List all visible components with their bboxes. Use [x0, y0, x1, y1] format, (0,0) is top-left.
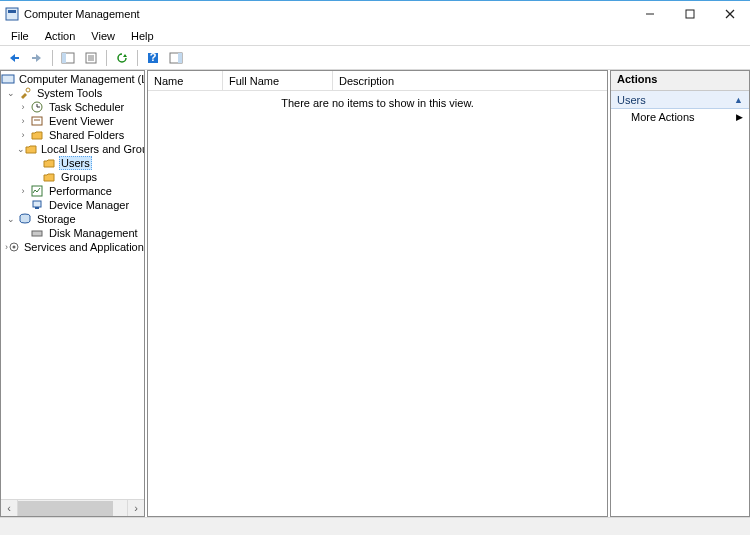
expand-collapse-icon[interactable]: ›	[17, 130, 29, 140]
svg-rect-27	[35, 207, 39, 209]
tree-label: Task Scheduler	[47, 101, 126, 113]
tree-shared-folders[interactable]: › Shared Folders	[1, 128, 144, 142]
expand-collapse-icon[interactable]: ⌄	[17, 144, 25, 154]
menu-help[interactable]: Help	[124, 29, 161, 43]
forward-button[interactable]	[26, 48, 48, 68]
svg-rect-25	[32, 186, 42, 196]
tree-label: Groups	[59, 171, 99, 183]
menu-file[interactable]: File	[4, 29, 36, 43]
window-title: Computer Management	[24, 8, 140, 20]
expand-collapse-icon[interactable]: ›	[17, 102, 29, 112]
scroll-right-button[interactable]: ›	[127, 500, 144, 517]
body-3pane: Computer Management (Local ⌄ System Tool…	[0, 70, 750, 517]
tree-performance[interactable]: › Performance	[1, 184, 144, 198]
scroll-left-button[interactable]: ‹	[1, 500, 18, 517]
toolbar: ?	[0, 46, 750, 70]
tree-label: Shared Folders	[47, 129, 126, 141]
list-pane: Name Full Name Description There are no …	[147, 70, 608, 517]
tree-pane: Computer Management (Local ⌄ System Tool…	[0, 70, 145, 517]
expand-collapse-icon[interactable]: ⌄	[5, 214, 17, 224]
tree-label: Storage	[35, 213, 78, 225]
tree-local-users-groups[interactable]: ⌄ Local Users and Groups	[1, 142, 144, 156]
svg-point-19	[26, 88, 30, 92]
list-body[interactable]: There are no items to show in this view.	[148, 91, 607, 516]
users-groups-icon	[25, 142, 37, 156]
menu-action[interactable]: Action	[38, 29, 83, 43]
submenu-arrow-icon: ▶	[736, 112, 743, 122]
column-header-description[interactable]: Description	[333, 71, 607, 90]
menu-view[interactable]: View	[84, 29, 122, 43]
menubar: File Action View Help	[0, 27, 750, 46]
maximize-button[interactable]	[670, 1, 710, 27]
tree-groups[interactable]: Groups	[1, 170, 144, 184]
folder-icon	[41, 170, 57, 184]
expand-collapse-icon[interactable]: ⌄	[5, 88, 17, 98]
actions-section-header[interactable]: Users ▲	[611, 91, 749, 109]
tree-label: Device Manager	[47, 199, 131, 211]
svg-rect-23	[32, 117, 42, 125]
help-button[interactable]: ?	[142, 48, 164, 68]
close-button[interactable]	[710, 1, 750, 27]
svg-rect-0	[6, 8, 18, 20]
shared-folder-icon	[29, 128, 45, 142]
computer-management-icon	[1, 72, 15, 86]
column-header-name[interactable]: Name	[148, 71, 223, 90]
app-icon	[4, 6, 20, 22]
tree-label: Computer Management (Local	[17, 73, 144, 85]
tree-system-tools[interactable]: ⌄ System Tools	[1, 86, 144, 100]
status-bar	[0, 517, 750, 535]
window-frame: Computer Management File Action View Hel…	[0, 0, 750, 535]
svg-text:?: ?	[150, 52, 157, 63]
disk-icon	[29, 226, 45, 240]
clock-icon	[29, 100, 45, 114]
tree-root[interactable]: Computer Management (Local	[1, 72, 144, 86]
properties-button[interactable]	[80, 48, 102, 68]
tree-disk-management[interactable]: Disk Management	[1, 226, 144, 240]
folder-icon	[41, 156, 57, 170]
minimize-button[interactable]	[630, 1, 670, 27]
actions-more-actions[interactable]: More Actions ▶	[611, 109, 749, 125]
svg-rect-26	[33, 201, 41, 207]
services-icon	[8, 240, 20, 254]
tree-label: Services and Applications	[22, 241, 144, 253]
svg-rect-18	[2, 75, 14, 83]
expand-collapse-icon[interactable]: ›	[17, 186, 29, 196]
show-hide-action-pane-button[interactable]	[165, 48, 187, 68]
expand-collapse-icon[interactable]: ›	[17, 116, 29, 126]
svg-rect-29	[32, 231, 42, 236]
svg-rect-1	[8, 10, 16, 13]
collapse-icon: ▲	[734, 95, 743, 105]
event-viewer-icon	[29, 114, 45, 128]
tree-storage[interactable]: ⌄ Storage	[1, 212, 144, 226]
actions-header: Actions	[611, 71, 749, 91]
svg-point-31	[13, 246, 16, 249]
svg-rect-17	[178, 53, 182, 63]
back-button[interactable]	[3, 48, 25, 68]
actions-section-label: Users	[617, 94, 646, 106]
nav-tree[interactable]: Computer Management (Local ⌄ System Tool…	[1, 71, 144, 499]
tree-device-manager[interactable]: Device Manager	[1, 198, 144, 212]
tree-label: Event Viewer	[47, 115, 116, 127]
toolbar-separator	[106, 50, 107, 66]
svg-rect-9	[62, 53, 66, 63]
actions-pane: Actions Users ▲ More Actions ▶	[610, 70, 750, 517]
refresh-button[interactable]	[111, 48, 133, 68]
tree-event-viewer[interactable]: › Event Viewer	[1, 114, 144, 128]
tree-label: Local Users and Groups	[39, 143, 144, 155]
toolbar-separator	[52, 50, 53, 66]
horizontal-scrollbar[interactable]: ‹ ›	[1, 499, 144, 516]
show-hide-tree-button[interactable]	[57, 48, 79, 68]
titlebar: Computer Management	[0, 1, 750, 27]
tree-users[interactable]: Users	[1, 156, 144, 170]
column-header-fullname[interactable]: Full Name	[223, 71, 333, 90]
tree-label: Users	[59, 156, 92, 170]
svg-rect-6	[14, 57, 19, 59]
scroll-thumb[interactable]	[18, 501, 113, 516]
tree-label: Disk Management	[47, 227, 140, 239]
tree-services-applications[interactable]: › Services and Applications	[1, 240, 144, 254]
tree-label: Performance	[47, 185, 114, 197]
svg-rect-3	[686, 10, 694, 18]
performance-icon	[29, 184, 45, 198]
tree-label: System Tools	[35, 87, 104, 99]
tree-task-scheduler[interactable]: › Task Scheduler	[1, 100, 144, 114]
